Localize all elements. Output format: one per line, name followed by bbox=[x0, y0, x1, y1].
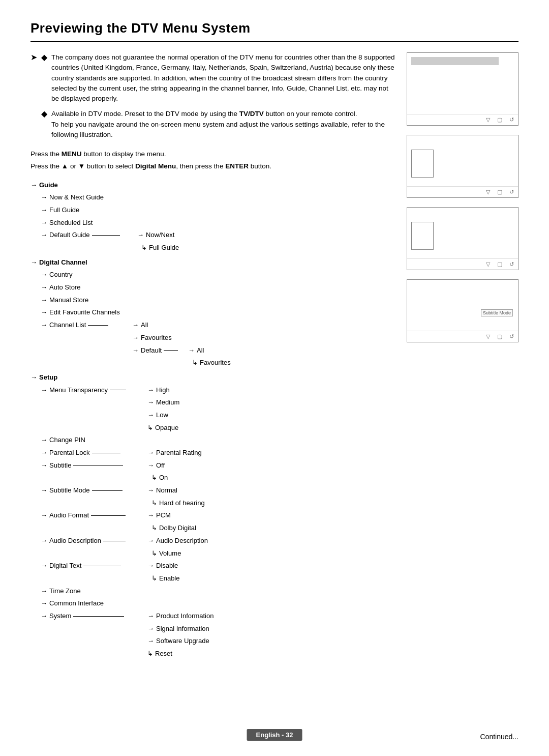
arrow-off: → bbox=[147, 459, 154, 472]
parental-lock-options: → Parental Rating bbox=[147, 447, 202, 459]
software-upgrade-row: → Software Upgrade bbox=[147, 635, 214, 648]
country-row: → Country bbox=[41, 269, 396, 281]
now-next-label: Now & Next Guide bbox=[49, 191, 104, 204]
arrow-default-guide: → bbox=[41, 229, 47, 242]
signal-info-label: Signal Information bbox=[156, 623, 209, 635]
parental-lock-left: → Parental Lock bbox=[30, 447, 147, 459]
arrow-digital: → bbox=[30, 256, 37, 269]
menu-trans-left: → Menu Transparency bbox=[30, 384, 147, 397]
english-badge: English - 32 bbox=[247, 729, 302, 741]
guide-section: → Guide → Now & Next Guide → Full Guide … bbox=[30, 179, 396, 254]
audio-format-left: → Audio Format bbox=[30, 509, 147, 522]
medium-row: → Medium bbox=[147, 396, 179, 409]
subtitle-mode-label: Subtitle Mode bbox=[49, 484, 90, 497]
panel-3-side-box bbox=[411, 222, 434, 250]
setup-section: → Setup → Menu Transparency bbox=[30, 371, 396, 660]
arrow-opaque: ↳ bbox=[147, 422, 153, 434]
parental-lock-row: → Parental Lock bbox=[41, 447, 147, 459]
arrow-all-opt: → bbox=[132, 319, 139, 332]
favourites-option-row: → Favourites bbox=[132, 332, 231, 344]
arrow-signal-info: → bbox=[147, 623, 154, 635]
fullguide-opt-label: Full Guide bbox=[149, 242, 179, 254]
default-guide-label: Default Guide bbox=[49, 229, 90, 242]
setup-label: Setup bbox=[39, 371, 57, 384]
arrow-channel-list: → bbox=[41, 319, 47, 332]
enable-label: Enable bbox=[159, 572, 179, 585]
subtitle-mode-badge: Subtitle Mode bbox=[481, 309, 513, 316]
bullet-item-2: ➤ ◆ Available in DTV mode. Preset to the… bbox=[30, 109, 396, 140]
square-icon-1: ▢ bbox=[497, 117, 502, 123]
menu-trans-options: → High → Medium → Low bbox=[147, 384, 179, 434]
change-pin-label: Change PIN bbox=[49, 434, 85, 447]
menu-trans-row: → Menu Transparency bbox=[41, 384, 147, 397]
fullguide-option-row: ↳ Full Guide bbox=[137, 242, 179, 254]
all-sub-label: All bbox=[197, 344, 204, 357]
subtitle-mode-row: → Subtitle Mode bbox=[41, 484, 147, 497]
default-sub-branch: → Default → All bbox=[132, 344, 231, 369]
software-upgrade-label: Software Upgrade bbox=[156, 635, 209, 648]
panel-4-icons: ▽ ▢ ↺ bbox=[407, 331, 518, 342]
edit-fav-row: → Edit Favourite Channels bbox=[41, 306, 396, 319]
audio-desc-opt-row: → Audio Description bbox=[147, 535, 208, 547]
arrow-country: → bbox=[41, 269, 47, 281]
subtitle-left: → Subtitle bbox=[30, 459, 147, 472]
dashed-7 bbox=[92, 490, 123, 491]
panel-1-icons: ▽ ▢ ↺ bbox=[407, 114, 518, 125]
diamond-icon-2: ◆ bbox=[41, 109, 47, 119]
fav-opt-label: Favourites bbox=[141, 332, 172, 344]
panel-1-inner bbox=[407, 53, 518, 114]
default-sub-row: → Default bbox=[132, 344, 188, 357]
panel-2-icons: ▽ ▢ ↺ bbox=[407, 186, 518, 197]
arrow-full-guide: → bbox=[41, 204, 47, 217]
auto-store-row: → Auto Store bbox=[41, 281, 396, 294]
volume-row: ↳ Volume bbox=[147, 547, 208, 560]
fav-sub-label: Favourites bbox=[200, 357, 231, 369]
dashed-10 bbox=[83, 566, 121, 566]
normal-label: Normal bbox=[156, 484, 177, 497]
arrow-product-info: → bbox=[147, 610, 154, 623]
audio-desc-opt-label: Audio Description bbox=[156, 535, 208, 547]
on-row: ↳ On bbox=[147, 472, 168, 484]
arrow-all-sub: → bbox=[188, 344, 195, 357]
pcm-row: → PCM bbox=[147, 509, 196, 522]
time-zone-label: Time Zone bbox=[49, 585, 81, 598]
channel-list-options: → All → Favourites → bbox=[132, 319, 231, 369]
on-label: On bbox=[159, 472, 168, 484]
square-icon-3: ▢ bbox=[497, 261, 502, 268]
system-left: → System bbox=[30, 610, 147, 623]
square-icon-2: ▢ bbox=[497, 189, 502, 195]
reset-icon-3: ↺ bbox=[509, 261, 514, 268]
digital-channel-label: Digital Channel bbox=[39, 256, 87, 269]
bullet-text-2: Available in DTV mode. Preset to the DTV… bbox=[51, 109, 396, 140]
dashed-4 bbox=[110, 390, 126, 390]
arrow-subtitle-mode: → bbox=[41, 484, 47, 497]
arrow-enable: ↳ bbox=[151, 572, 157, 585]
off-label: Off bbox=[156, 459, 165, 472]
arrow-auto-store: → bbox=[41, 281, 47, 294]
audio-desc-row: → Audio Description bbox=[41, 535, 147, 547]
arrow-high: → bbox=[147, 384, 154, 397]
pcm-label: PCM bbox=[156, 509, 171, 522]
normal-row: → Normal bbox=[147, 484, 205, 497]
hard-hearing-row: ↳ Hard of hearing bbox=[147, 497, 205, 510]
dashed-11 bbox=[73, 616, 124, 617]
common-interface-row: → Common Interface bbox=[41, 597, 396, 610]
product-info-row: → Product Information bbox=[147, 610, 214, 623]
arrow-dolby: ↳ bbox=[151, 522, 157, 535]
bullet-item-1: ➤ ◆ The company does not guarantee the n… bbox=[30, 52, 396, 104]
default-guide-branch: → Default Guide → Now/Next ↳ Full Gu bbox=[30, 229, 396, 254]
edit-fav-label: Edit Favourite Channels bbox=[49, 306, 120, 319]
full-guide-label: Full Guide bbox=[49, 204, 79, 217]
all-opt-label: All bbox=[141, 319, 148, 332]
subtitle-row: → Subtitle bbox=[41, 459, 147, 472]
disable-label: Disable bbox=[156, 560, 178, 572]
right-column: ▽ ▢ ↺ ▽ ▢ ↺ bbox=[407, 52, 518, 662]
parental-lock-label: Parental Lock bbox=[49, 447, 90, 459]
arrow-medium: → bbox=[147, 396, 154, 409]
diamond-icon-1: ◆ bbox=[41, 52, 47, 62]
medium-label: Medium bbox=[156, 396, 179, 409]
arrow-digital-text: → bbox=[41, 560, 47, 572]
main-content: ➤ ◆ The company does not guarantee the n… bbox=[30, 52, 518, 662]
reset-row: ↳ Reset bbox=[147, 648, 214, 660]
arrow-fullguide-opt: ↳ bbox=[141, 242, 147, 254]
